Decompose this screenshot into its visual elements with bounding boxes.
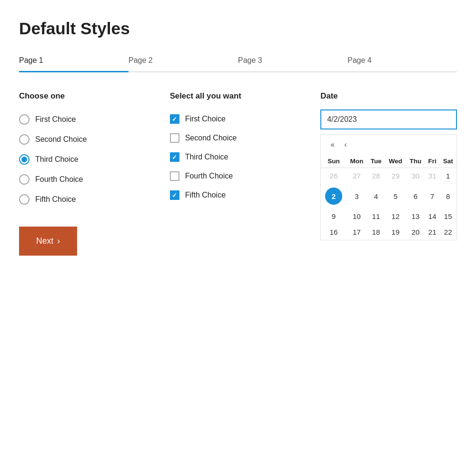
calendar-week-row: 2345678 xyxy=(321,184,456,208)
tab-page4[interactable]: Page 4 xyxy=(347,51,457,71)
checkbox-section: Select all you want First ChoiceSecond C… xyxy=(170,91,307,205)
calendar-day-header: Mon xyxy=(347,155,367,168)
checkbox-box xyxy=(170,190,179,200)
tab-page2[interactable]: Page 2 xyxy=(129,51,238,71)
checkbox-box xyxy=(170,114,179,124)
checkbox-label: Third Choice xyxy=(185,153,228,161)
checkbox-item[interactable]: Fourth Choice xyxy=(170,167,307,186)
radio-group: First ChoiceSecond ChoiceThird ChoiceFou… xyxy=(19,109,156,209)
radio-label: First Choice xyxy=(35,115,76,124)
checkbox-item[interactable]: Third Choice xyxy=(170,148,307,167)
radio-item[interactable]: Fourth Choice xyxy=(19,169,156,189)
selected-day-circle: 2 xyxy=(325,188,342,205)
next-arrow-icon: › xyxy=(57,236,60,246)
radio-circle xyxy=(19,174,30,185)
checkbox-box xyxy=(170,133,179,143)
calendar-day-header: Tue xyxy=(367,155,385,168)
calendar-day[interactable]: 6 xyxy=(406,184,425,208)
radio-label: Fourth Choice xyxy=(35,175,83,184)
calendar-day[interactable]: 16 xyxy=(321,224,346,240)
calendar-day[interactable]: 9 xyxy=(321,208,346,224)
calendar-week-row: 16171819202122 xyxy=(321,224,456,240)
calendar-day[interactable]: 15 xyxy=(440,208,456,224)
calendar-day[interactable]: 13 xyxy=(406,208,425,224)
calendar-day[interactable]: 1 xyxy=(440,168,456,184)
checkbox-title: Select all you want xyxy=(170,91,307,101)
checkbox-label: First Choice xyxy=(185,115,226,123)
calendar-day[interactable]: 28 xyxy=(367,168,385,184)
calendar-body: 2627282930311234567891011121314151617181… xyxy=(321,168,456,240)
radio-circle xyxy=(19,194,30,205)
calendar-day[interactable]: 21 xyxy=(425,224,440,240)
calendar-day-header: Fri xyxy=(425,155,440,168)
calendar-grid: SunMonTueWedThuFriSat 262728293031123456… xyxy=(321,155,456,240)
radio-circle xyxy=(19,114,30,125)
calendar-day-header: Thu xyxy=(406,155,425,168)
calendar-day[interactable]: 27 xyxy=(347,168,367,184)
checkbox-item[interactable]: Fifth Choice xyxy=(170,186,307,205)
calendar-day[interactable]: 3 xyxy=(347,184,367,208)
calendar-day[interactable]: 5 xyxy=(385,184,406,208)
calendar-week-row: 2627282930311 xyxy=(321,168,456,184)
checkbox-label: Second Choice xyxy=(185,134,237,142)
calendar-day[interactable]: 7 xyxy=(425,184,440,208)
calendar-day-header: Sat xyxy=(440,155,456,168)
calendar-nav: « ‹ xyxy=(321,135,456,155)
date-section: Date 4/2/2023 « ‹ SunMonTueWedThuFriSat … xyxy=(320,91,457,240)
calendar-day[interactable]: 12 xyxy=(385,208,406,224)
calendar-day[interactable]: 11 xyxy=(367,208,385,224)
radio-item[interactable]: Second Choice xyxy=(19,129,156,149)
checkbox-box xyxy=(170,152,179,162)
calendar-day[interactable]: 26 xyxy=(321,168,346,184)
checkbox-box xyxy=(170,171,179,181)
calendar-day[interactable]: 10 xyxy=(347,208,367,224)
radio-item[interactable]: First Choice xyxy=(19,109,156,129)
checkbox-label: Fifth Choice xyxy=(185,191,226,199)
radio-circle xyxy=(19,154,30,165)
calendar-header: SunMonTueWedThuFriSat xyxy=(321,155,456,168)
checkbox-group: First ChoiceSecond ChoiceThird ChoiceFou… xyxy=(170,109,307,205)
radio-label: Third Choice xyxy=(35,155,79,164)
calendar-day[interactable]: 17 xyxy=(347,224,367,240)
radio-label: Second Choice xyxy=(35,135,87,144)
calendar-day-header: Wed xyxy=(385,155,406,168)
next-label: Next xyxy=(36,236,53,246)
radio-item[interactable]: Fifth Choice xyxy=(19,189,156,209)
calendar-day[interactable]: 20 xyxy=(406,224,425,240)
calendar-day[interactable]: 8 xyxy=(440,184,456,208)
checkbox-item[interactable]: First Choice xyxy=(170,109,307,129)
calendar-day[interactable]: 2 xyxy=(321,184,346,208)
page-title: Default Styles xyxy=(19,19,457,38)
tab-page3[interactable]: Page 3 xyxy=(238,51,347,71)
calendar-day[interactable]: 19 xyxy=(385,224,406,240)
checkbox-label: Fourth Choice xyxy=(185,172,233,180)
checkbox-item[interactable]: Second Choice xyxy=(170,129,307,148)
radio-title: Choose one xyxy=(19,91,156,101)
tab-page1[interactable]: Page 1 xyxy=(19,51,129,71)
prev-year-button[interactable]: « xyxy=(327,139,337,150)
calendar-day[interactable]: 4 xyxy=(367,184,385,208)
radio-item[interactable]: Third Choice xyxy=(19,149,156,169)
date-title: Date xyxy=(320,91,457,101)
calendar-day[interactable]: 14 xyxy=(425,208,440,224)
calendar-day[interactable]: 22 xyxy=(440,224,456,240)
next-button[interactable]: Next › xyxy=(19,227,77,256)
tab-bar: Page 1 Page 2 Page 3 Page 4 xyxy=(19,51,457,72)
calendar-day[interactable]: 31 xyxy=(425,168,440,184)
radio-circle xyxy=(19,134,30,145)
radio-section: Choose one First ChoiceSecond ChoiceThir… xyxy=(19,91,156,256)
calendar-day[interactable]: 30 xyxy=(406,168,425,184)
calendar-days-row: SunMonTueWedThuFriSat xyxy=(321,155,456,168)
calendar-day[interactable]: 18 xyxy=(367,224,385,240)
calendar-day-header: Sun xyxy=(321,155,346,168)
calendar-week-row: 9101112131415 xyxy=(321,208,456,224)
date-input[interactable]: 4/2/2023 xyxy=(320,109,457,129)
prev-month-button[interactable]: ‹ xyxy=(341,139,349,150)
calendar: « ‹ SunMonTueWedThuFriSat 26272829303112… xyxy=(320,134,457,240)
radio-label: Fifth Choice xyxy=(35,195,76,204)
calendar-day[interactable]: 29 xyxy=(385,168,406,184)
main-content: Choose one First ChoiceSecond ChoiceThir… xyxy=(19,91,457,256)
